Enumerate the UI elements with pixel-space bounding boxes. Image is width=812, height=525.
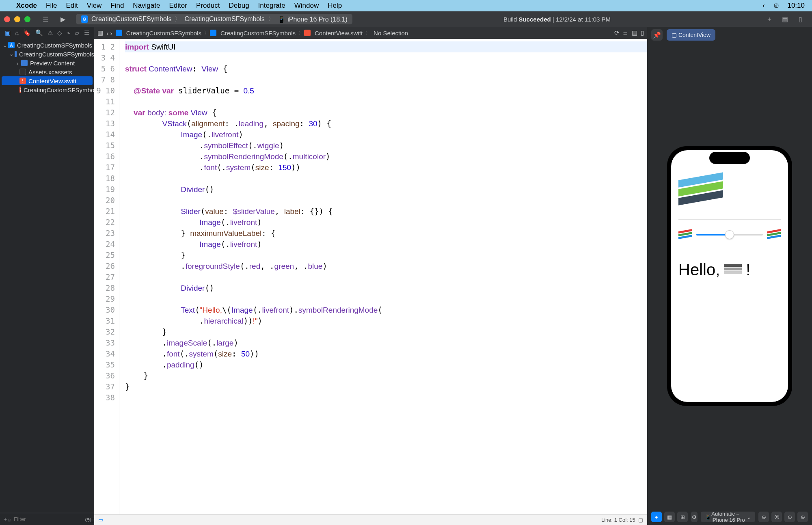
tree-group[interactable]: ⌄ CreatingCustomSFSymbols xyxy=(0,50,94,58)
tree-preview-content[interactable]: › Preview Content xyxy=(0,58,94,67)
add-button[interactable]: ＋ xyxy=(2,516,8,523)
tree-appfile[interactable]: ⟆ CreatingCustomSFSymbolsApp.swift xyxy=(0,85,94,94)
activity-status: Build Succeeded | 12/2/24 at 11:03 PM xyxy=(352,16,762,23)
add-editor-button[interactable]: ▯ xyxy=(641,29,644,37)
dynamic-island xyxy=(709,152,750,164)
navigator-selector: ▣ ⎌ 🔖 🔍 ⚠ ◇ ⌁ ▱ ☰ xyxy=(0,27,94,39)
macos-menubar: Xcode File Edit View Find Navigate Edito… xyxy=(0,0,812,11)
bookmark-navigator-tab[interactable]: 🔖 xyxy=(23,29,31,37)
swift-file-icon: ⟆ xyxy=(19,86,21,93)
adjust-editor-button[interactable]: ▤ xyxy=(632,29,637,37)
zoom-in-button[interactable]: ⊕ xyxy=(797,512,808,522)
related-items-button[interactable]: ▦ xyxy=(97,29,103,37)
divider xyxy=(678,250,781,250)
device-bezel: Hello, ! xyxy=(667,146,792,406)
source-control-navigator-tab[interactable]: ⎌ xyxy=(15,30,19,37)
assets-icon xyxy=(19,69,26,75)
preview-provider-pill[interactable]: ▢ ContentView xyxy=(667,29,715,41)
editor-overview-icon[interactable]: ▢ xyxy=(638,517,643,523)
menu-window[interactable]: Window xyxy=(294,2,319,10)
livefront-symbol-large xyxy=(678,176,727,209)
tree-contentview[interactable]: ⟆ ContentView.swift xyxy=(2,76,93,85)
toggle-navigator-button[interactable]: ☰ xyxy=(39,14,52,24)
slider-thumb[interactable] xyxy=(725,230,734,239)
folder-icon xyxy=(21,60,28,66)
find-navigator-tab[interactable]: 🔍 xyxy=(35,29,43,37)
pin-preview-button[interactable]: 📌 xyxy=(651,29,663,41)
back-button[interactable]: ‹ xyxy=(106,30,108,37)
project-tree: ⌄A CreatingCustomSFSymbols ⌄ CreatingCus… xyxy=(0,39,94,513)
preview-device-selector[interactable]: 📱 Automatic – iPhone 16 Pro ⌄ xyxy=(701,512,755,522)
device-settings-button[interactable]: ⚙ xyxy=(691,512,698,522)
project-name: CreatingCustomSFSymbols xyxy=(91,15,171,23)
tree-assets[interactable]: Assets.xcassets xyxy=(0,67,94,76)
menu-help[interactable]: Help xyxy=(328,2,342,10)
run-destination: 📱 iPhone 16 Pro (18.1) xyxy=(278,15,348,23)
app-menu[interactable]: Xcode xyxy=(16,2,37,10)
report-navigator-tab[interactable]: ☰ xyxy=(84,29,89,37)
clock: 10:10 xyxy=(787,2,805,9)
library-button[interactable]: ▤ xyxy=(779,14,791,24)
cursor-position: Line: 1 Col: 15 xyxy=(601,517,635,523)
chevron-left-icon[interactable]: ‹ xyxy=(762,2,765,9)
zoom-actual-button[interactable]: ⦿ xyxy=(771,512,782,522)
preview-canvas: 📌 ▢ ContentView xyxy=(647,27,812,525)
test-navigator-tab[interactable]: ◇ xyxy=(57,29,62,37)
selectable-preview-button[interactable]: ▦ xyxy=(664,512,675,522)
menu-editor[interactable]: Editor xyxy=(169,2,187,10)
livefront-symbol-inline xyxy=(724,264,742,275)
window-titlebar: ☰ ▶ ⚙ CreatingCustomSFSymbols 〉 Creating… xyxy=(0,11,812,27)
forward-button[interactable]: › xyxy=(110,30,112,37)
swift-file-icon xyxy=(304,30,311,36)
minimize-window-button[interactable] xyxy=(14,16,20,22)
project-navigator-tab[interactable]: ▣ xyxy=(5,29,11,37)
variants-button[interactable]: ⊞ xyxy=(677,512,688,522)
scheme-selector[interactable]: ⚙ CreatingCustomSFSymbols 〉 CreatingCust… xyxy=(76,14,352,24)
xcode-project-icon: A xyxy=(8,42,15,48)
slider-max-label-icon xyxy=(767,230,781,239)
issue-navigator-tab[interactable]: ⚠ xyxy=(48,29,53,37)
navigator-pane: ▣ ⎌ 🔖 🔍 ⚠ ◇ ⌁ ▱ ☰ ⌄A CreatingCustomSFSym… xyxy=(0,27,94,525)
editor-status-bar: ▭ Line: 1 Col: 15 ▢ xyxy=(94,514,647,525)
xcode-project-icon xyxy=(116,30,122,36)
tree-root[interactable]: ⌄A CreatingCustomSFSymbols xyxy=(0,41,94,50)
menu-product[interactable]: Product xyxy=(196,2,220,10)
slider[interactable] xyxy=(696,234,763,235)
device-screen[interactable]: Hello, ! xyxy=(671,150,788,402)
preview-icon: ▢ xyxy=(672,32,678,38)
folder-icon xyxy=(15,51,17,57)
breakpoint-navigator-tab[interactable]: ▱ xyxy=(75,29,80,37)
menu-view[interactable]: View xyxy=(87,2,102,10)
source-editor[interactable]: 1 2 3 4 5 6 7 8 9 10 11 12 13 14 15 16 1… xyxy=(94,39,647,514)
zoom-fit-button[interactable]: ⊙ xyxy=(784,512,795,522)
jump-bar[interactable]: ▦ ‹ › CreatingCustomSFSymbols〉 CreatingC… xyxy=(94,27,647,39)
refresh-icon[interactable]: ⟳ xyxy=(614,29,620,37)
xcode-project-icon: ⚙ xyxy=(81,15,88,23)
menu-edit[interactable]: Edit xyxy=(66,2,78,10)
debug-area-toggle[interactable]: ▭ xyxy=(98,517,103,523)
navigator-filter: ＋ ⌕ ◔ ▢ xyxy=(0,513,94,525)
filter-input[interactable] xyxy=(14,516,82,522)
zoom-out-button[interactable]: ⊖ xyxy=(758,512,769,522)
slider-min-label-icon xyxy=(678,230,692,239)
menu-file[interactable]: File xyxy=(46,2,57,10)
toggle-inspector-button[interactable]: ▯ xyxy=(794,14,806,24)
menu-find[interactable]: Find xyxy=(110,2,124,10)
zoom-window-button[interactable] xyxy=(24,16,30,22)
filter-icon: ⌕ xyxy=(8,516,11,523)
menu-integrate[interactable]: Integrate xyxy=(258,2,285,10)
scheme-name: CreatingCustomSFSymbols xyxy=(184,15,264,23)
hello-text: Hello, ! xyxy=(678,261,781,279)
control-center-icon[interactable]: ⎚ xyxy=(774,2,778,9)
debug-navigator-tab[interactable]: ⌁ xyxy=(67,29,70,37)
recent-filter-button[interactable]: ◔ xyxy=(85,516,90,523)
menu-debug[interactable]: Debug xyxy=(229,2,249,10)
minimap-button[interactable]: ≣ xyxy=(623,29,628,37)
run-button[interactable]: ▶ xyxy=(60,15,65,23)
close-window-button[interactable] xyxy=(4,16,10,22)
live-preview-button[interactable]: ● xyxy=(651,512,662,522)
code-area[interactable]: import SwiftUI struct ContentView: View … xyxy=(119,39,647,514)
folder-icon xyxy=(210,30,216,36)
add-tab-button[interactable]: ＋ xyxy=(763,14,775,24)
menu-navigate[interactable]: Navigate xyxy=(133,2,160,10)
